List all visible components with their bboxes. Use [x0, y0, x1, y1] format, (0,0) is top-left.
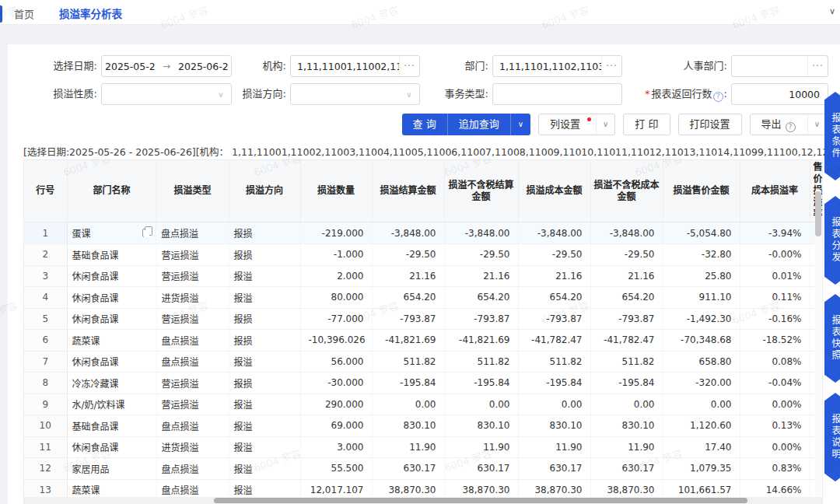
- cell: 654.20: [372, 287, 444, 309]
- ellipsis-picker-icon[interactable]: ···: [399, 56, 419, 76]
- cell: 报损: [229, 222, 300, 244]
- cell: 营运损溢: [156, 244, 229, 266]
- cell: 56.000: [300, 351, 372, 373]
- cell: 630.17: [444, 458, 518, 480]
- cell: 12: [24, 458, 67, 480]
- loss-direction-select[interactable]: ∨: [290, 83, 420, 105]
- cell: 654.20: [444, 287, 518, 309]
- chevron-down-icon[interactable]: ∨: [829, 6, 835, 16]
- side-tab-label: 报表说明: [830, 414, 840, 460]
- table-row[interactable]: 9水/奶/饮料课营运损溢报溢290.0000.000.000.000.000.0…: [24, 394, 823, 415]
- cell: -29.50: [518, 244, 590, 266]
- vertical-scrollbar[interactable]: [815, 189, 821, 497]
- column-header[interactable]: 损溢售价金额: [663, 160, 740, 222]
- cell: -793.87: [444, 308, 518, 330]
- table-row[interactable]: 4休闲食品课进货损溢报溢80.000654.20654.20654.20654.…: [24, 287, 823, 309]
- export-chevron-icon[interactable]: ∨: [807, 114, 826, 135]
- column-settings-button[interactable]: 列设置: [539, 114, 596, 135]
- append-query-button[interactable]: 追加查询: [447, 114, 510, 135]
- horizontal-scrollbar[interactable]: [24, 497, 823, 504]
- question-circle-icon[interactable]: ?: [713, 92, 723, 102]
- vertical-scrollbar-thumb[interactable]: [815, 191, 821, 236]
- top-tab-bar: 首页 损溢率分析表 ∨: [0, 0, 840, 25]
- column-header[interactable]: 行号: [24, 160, 67, 222]
- table-row[interactable]: 11休闲食品课进货损溢报溢3.00011.9011.9011.9011.9017…: [24, 436, 823, 458]
- horizontal-scrollbar-thumb[interactable]: [214, 498, 747, 503]
- column-header[interactable]: 损溢类型: [156, 160, 229, 222]
- org-label: 机构:: [233, 55, 286, 77]
- side-tab-4[interactable]: 报表说明: [824, 393, 840, 481]
- column-settings-button-group: 列设置 ∨: [538, 114, 615, 135]
- side-tab-3[interactable]: 报表快照: [824, 294, 840, 383]
- cell: 630.17: [518, 458, 590, 480]
- column-header[interactable]: 损溢数量: [300, 160, 372, 222]
- cell: 11.90: [590, 436, 663, 458]
- cell: -1.000: [300, 244, 372, 266]
- column-settings-chevron-icon[interactable]: ∨: [596, 114, 614, 135]
- query-button[interactable]: 查 询: [402, 114, 447, 135]
- cell: 3: [24, 265, 67, 287]
- cell: 报溢: [229, 265, 300, 287]
- loss-nature-select[interactable]: ∨: [101, 83, 232, 105]
- cell: 630.17: [590, 458, 663, 480]
- cell: -30.000: [300, 373, 372, 394]
- table-row[interactable]: 8冷冻冷藏课营运损溢报损-30.000-195.84-195.84-195.84…: [24, 373, 823, 394]
- ellipsis-picker-icon[interactable]: ···: [807, 56, 828, 76]
- column-header[interactable]: 损溢不含税结算金额: [444, 160, 518, 222]
- hr-dept-input[interactable]: ···: [731, 55, 828, 77]
- cell: 11.90: [372, 436, 444, 458]
- column-header[interactable]: 损溢结算金额: [372, 160, 444, 222]
- export-button[interactable]: 导出 ?: [751, 114, 807, 135]
- cell: 水/奶/饮料课: [67, 394, 156, 415]
- table-row[interactable]: 7休闲食品课盘点损溢报溢56.000511.82511.82511.82511.…: [24, 351, 823, 373]
- query-dropdown-chevron-icon[interactable]: ∨: [510, 114, 530, 135]
- dept-input[interactable]: 1,11,1101,1102,1103, ···: [492, 55, 622, 77]
- column-header[interactable]: 部门名称: [67, 160, 156, 222]
- table-row[interactable]: 6蔬菜课盘点损溢报损-10,396.026-41,821.69-41,821.6…: [24, 330, 823, 352]
- cell: 盘点损溢: [156, 351, 229, 373]
- table-row[interactable]: 10基础食品课盘点损溢报溢69.000830.10830.10830.10830…: [24, 415, 823, 437]
- column-header[interactable]: 成本损溢率: [740, 160, 810, 222]
- cell: -3.94%: [740, 222, 810, 244]
- cell: -195.84: [590, 373, 663, 394]
- cell: 基础食品课: [67, 415, 156, 437]
- org-input[interactable]: 1,11,11001,11002,110 ···: [290, 55, 420, 77]
- column-header[interactable]: 损溢不含税成本金额: [590, 160, 663, 222]
- cell: 830.10: [444, 415, 518, 437]
- table-row[interactable]: 3休闲食品课营运损溢报溢2.00021.1621.1621.1621.1625.…: [24, 265, 823, 287]
- cell: -18.52%: [740, 330, 810, 352]
- tab-loss-rate-report[interactable]: 损溢率分析表: [59, 5, 122, 21]
- dept-value: 1,11,1101,1102,1103,: [493, 61, 601, 72]
- column-header[interactable]: 损溢成本金额: [518, 160, 590, 222]
- table-row[interactable]: 12家居用品盘点损溢报溢55.500630.17630.17630.17630.…: [24, 458, 823, 480]
- cell: 蛋课: [68, 222, 157, 244]
- cell: -3,848.00: [518, 222, 590, 244]
- cell: 进货损溢: [156, 436, 229, 458]
- table-row[interactable]: 5休闲食品课营运损溢报损-77.000-793.87-793.87-793.87…: [24, 308, 823, 330]
- print-button[interactable]: 打 印: [624, 114, 669, 135]
- hr-dept-label: 人事部门:: [661, 55, 727, 77]
- cell: 休闲食品课: [67, 265, 156, 287]
- cell: -3,848.00: [590, 222, 663, 244]
- copy-icon[interactable]: [142, 229, 149, 237]
- row-count-input[interactable]: 10000: [731, 83, 828, 105]
- cell: 营运损溢: [156, 308, 229, 330]
- side-tab-2[interactable]: 报表分发: [824, 196, 840, 285]
- print-settings-button[interactable]: 打印设置: [679, 114, 741, 135]
- cell: 290.000: [300, 394, 372, 415]
- cell: 2.000: [300, 265, 372, 287]
- cell: 0.11%: [740, 287, 810, 309]
- side-tab-1[interactable]: 报表条件: [824, 92, 840, 180]
- tab-home[interactable]: 首页: [14, 6, 34, 21]
- column-header[interactable]: 损溢方向: [229, 160, 300, 222]
- row-count-label-text: 报表返回行数: [652, 88, 712, 100]
- date-range-input[interactable]: 2025-05-2 → 2025-06-2: [101, 55, 232, 77]
- cell: 830.10: [518, 415, 590, 437]
- table-row[interactable]: 1蛋课盘点损溢报损-219.000-3,848.00-3,848.00-3,84…: [24, 222, 823, 244]
- cell: 报损: [229, 244, 300, 266]
- ellipsis-picker-icon[interactable]: ···: [601, 56, 621, 76]
- cell: -70,348.68: [663, 330, 740, 352]
- table-row[interactable]: 2基础食品课营运损溢报损-1.000-29.50-29.50-29.50-29.…: [24, 244, 823, 266]
- side-tab-label: 报表条件: [830, 113, 840, 159]
- cell: 0.08%: [740, 351, 810, 373]
